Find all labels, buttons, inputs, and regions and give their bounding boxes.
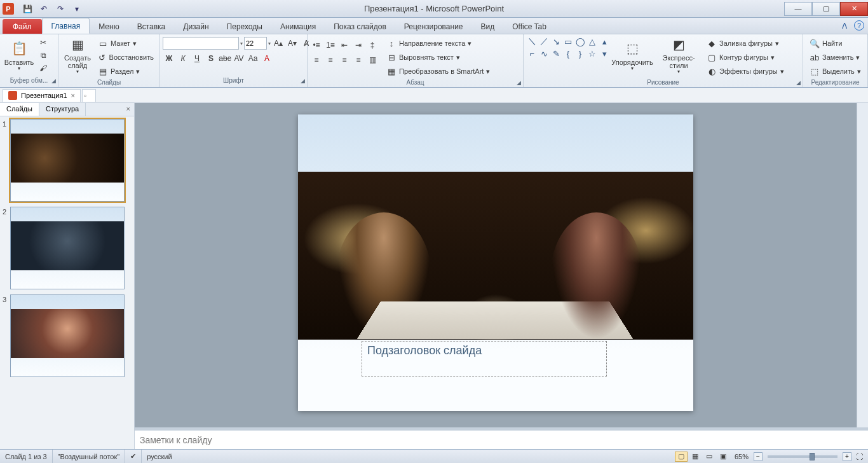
- font-name-combo[interactable]: [163, 37, 239, 50]
- spacing-button[interactable]: AV: [233, 53, 245, 64]
- shape-brace-icon[interactable]: {: [562, 48, 574, 59]
- slides-tab[interactable]: Слайды: [0, 103, 39, 116]
- shape-free-icon[interactable]: ✎: [550, 48, 562, 59]
- align-right-button[interactable]: ≡: [338, 54, 351, 66]
- zoom-slider[interactable]: [768, 455, 837, 458]
- drawing-launcher[interactable]: ◢: [796, 79, 801, 86]
- zoom-out-button[interactable]: −: [754, 452, 763, 461]
- view-slideshow-button[interactable]: ▣: [717, 452, 729, 462]
- close-button[interactable]: ✕: [840, 2, 868, 16]
- align-left-button[interactable]: ≡: [310, 54, 323, 66]
- shape-arrow-icon[interactable]: ↘: [550, 36, 562, 47]
- format-painter-button[interactable]: 🖌: [37, 62, 50, 74]
- shape-line2-icon[interactable]: ／: [538, 36, 550, 47]
- file-tab[interactable]: Файл: [3, 19, 42, 34]
- tab-animations[interactable]: Анимация: [271, 19, 325, 34]
- italic-button[interactable]: К: [177, 53, 189, 64]
- tab-transitions[interactable]: Переходы: [218, 19, 271, 34]
- tab-design[interactable]: Дизайн: [174, 19, 217, 34]
- arrange-button[interactable]: ⬚ Упорядочить▾: [610, 36, 654, 75]
- tab-insert[interactable]: Вставка: [128, 19, 175, 34]
- shape-fill-button[interactable]: ◆Заливка фигуры ▾: [704, 37, 787, 50]
- subtitle-placeholder[interactable]: Подзаголовок слайда: [362, 341, 607, 377]
- view-normal-button[interactable]: ▢: [675, 452, 688, 462]
- shape-more-up-icon[interactable]: ▴: [599, 36, 610, 47]
- tab-view[interactable]: Вид: [472, 19, 504, 34]
- tab-officetab[interactable]: Office Tab: [503, 19, 555, 34]
- shape-connector-icon[interactable]: ⌐: [526, 48, 538, 59]
- shape-curve-icon[interactable]: ∿: [538, 48, 550, 59]
- bold-button[interactable]: Ж: [163, 53, 175, 64]
- qat-redo-button[interactable]: ↷: [53, 3, 67, 15]
- help-button[interactable]: ?: [854, 20, 864, 31]
- tab-home[interactable]: Главная: [42, 18, 90, 34]
- convert-smartart-button[interactable]: ▦Преобразовать в SmartArt ▾: [384, 65, 498, 78]
- select-button[interactable]: ⬚Выделить ▾: [807, 65, 864, 78]
- section-button[interactable]: ▤Раздел ▾: [95, 65, 156, 78]
- align-center-button[interactable]: ≡: [324, 54, 337, 66]
- qat-more-button[interactable]: ▾: [70, 3, 84, 15]
- shape-more-down-icon[interactable]: ▾: [599, 48, 610, 59]
- change-case-button[interactable]: Aa: [247, 53, 259, 64]
- align-text-button[interactable]: ⊟Выровнять текст ▾: [384, 51, 498, 64]
- find-button[interactable]: 🔍Найти: [807, 37, 864, 50]
- canvas[interactable]: Подзаголовок слайда: [135, 103, 857, 427]
- shape-tri-icon[interactable]: △: [587, 36, 598, 47]
- qat-undo-button[interactable]: ↶: [37, 3, 51, 15]
- qat-save-button[interactable]: 💾: [20, 3, 34, 15]
- notes-pane[interactable]: Заметки к слайду: [135, 430, 868, 449]
- inc-indent-button[interactable]: ⇥: [352, 39, 365, 51]
- new-slide-button[interactable]: ▦ Создать слайд ▾: [61, 36, 94, 75]
- font-launcher[interactable]: ◢: [301, 78, 305, 84]
- doc-tab-close[interactable]: ×: [71, 92, 75, 99]
- shape-star-icon[interactable]: ☆: [587, 48, 598, 59]
- view-sorter-button[interactable]: ▦: [689, 452, 702, 462]
- fit-to-window-button[interactable]: ⛶: [853, 452, 865, 462]
- columns-button[interactable]: ▥: [366, 54, 379, 66]
- slide-image[interactable]: [298, 172, 693, 340]
- thumbnail-2[interactable]: [10, 207, 125, 289]
- text-direction-button[interactable]: ↕Направление текста ▾: [384, 37, 498, 50]
- side-panel-close[interactable]: ×: [123, 103, 134, 116]
- strike-button[interactable]: abc: [219, 53, 231, 64]
- font-size-combo[interactable]: [244, 37, 267, 50]
- slide[interactable]: Подзаголовок слайда: [298, 114, 693, 411]
- minimize-ribbon-button[interactable]: ᐱ: [839, 20, 850, 32]
- thumbnail-3[interactable]: [10, 294, 125, 377]
- shape-rect-icon[interactable]: ▭: [562, 36, 574, 47]
- shrink-font-button[interactable]: A▾: [286, 38, 299, 49]
- replace-button[interactable]: abЗаменить ▾: [807, 51, 864, 64]
- shapes-gallery[interactable]: ＼ ／ ↘ ▭ ◯ △ ▴ ⌐ ∿ ✎ { } ☆ ▾: [526, 36, 610, 59]
- vertical-scrollbar[interactable]: [857, 103, 868, 427]
- layout-button[interactable]: ▭Макет ▾: [95, 37, 156, 50]
- grow-font-button[interactable]: A▴: [272, 38, 285, 49]
- tab-review[interactable]: Рецензирование: [395, 19, 472, 34]
- shape-brace2-icon[interactable]: }: [574, 48, 586, 59]
- maximize-button[interactable]: ▢: [812, 2, 840, 16]
- shape-line-icon[interactable]: ＼: [526, 36, 538, 47]
- thumbnail-1[interactable]: [10, 119, 125, 202]
- copy-button[interactable]: ⧉: [37, 50, 50, 61]
- doc-tab-new[interactable]: ▫: [82, 89, 96, 102]
- bullets-button[interactable]: •≡: [310, 39, 323, 51]
- underline-button[interactable]: Ч: [191, 53, 203, 64]
- paragraph-launcher[interactable]: ◢: [517, 79, 521, 86]
- cut-button[interactable]: ✂: [37, 37, 50, 48]
- quick-styles-button[interactable]: ◩ Экспресс-стили▾: [654, 36, 703, 75]
- status-language[interactable]: русский: [142, 450, 177, 463]
- paste-button[interactable]: 📋 Вставить ▾: [3, 36, 36, 75]
- justify-button[interactable]: ≡: [352, 54, 365, 66]
- minimize-button[interactable]: —: [784, 2, 812, 16]
- line-spacing-button[interactable]: ‡: [366, 39, 379, 51]
- zoom-in-button[interactable]: +: [843, 452, 851, 461]
- status-spellcheck[interactable]: ✔: [125, 450, 142, 463]
- tab-menu[interactable]: Меню: [90, 19, 128, 34]
- doc-tab-1[interactable]: Презентация1 ×: [3, 89, 81, 102]
- shape-effects-button[interactable]: ◐Эффекты фигуры ▾: [704, 65, 787, 78]
- view-reading-button[interactable]: ▭: [703, 452, 715, 462]
- reset-button[interactable]: ↺Восстановить: [95, 51, 156, 64]
- numbering-button[interactable]: 1≡: [324, 39, 337, 51]
- shape-oval-icon[interactable]: ◯: [574, 36, 586, 47]
- shape-outline-button[interactable]: ▢Контур фигуры ▾: [704, 51, 787, 64]
- zoom-thumb[interactable]: [810, 453, 815, 460]
